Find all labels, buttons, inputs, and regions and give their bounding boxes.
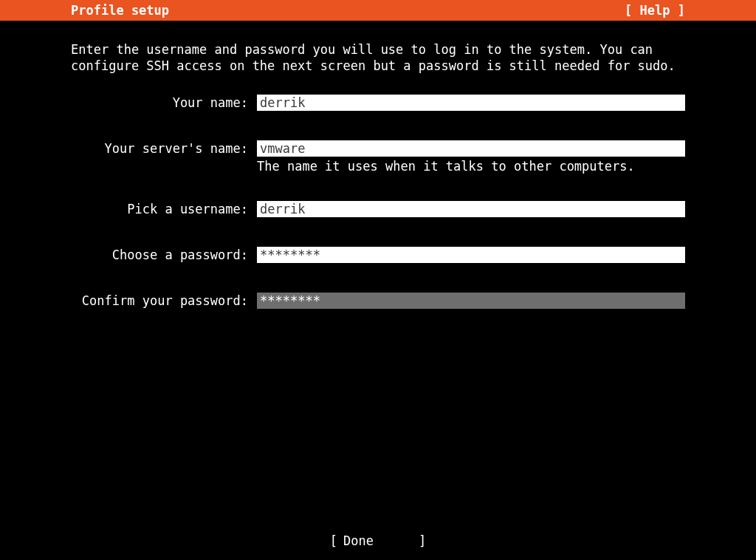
your-name-input[interactable] bbox=[257, 95, 685, 111]
server-name-label: Your server's name: bbox=[71, 140, 257, 157]
row-confirm-password: Confirm your password: bbox=[71, 293, 685, 309]
description-text: Enter the username and password you will… bbox=[71, 41, 685, 74]
page-title: Profile setup bbox=[71, 3, 169, 18]
content-area: Enter the username and password you will… bbox=[0, 21, 756, 309]
row-password: Choose a password: bbox=[71, 247, 685, 263]
row-username: Pick a username: bbox=[71, 201, 685, 217]
done-button[interactable]: [Done] bbox=[330, 533, 427, 548]
confirm-password-label: Confirm your password: bbox=[71, 293, 257, 309]
password-label: Choose a password: bbox=[71, 247, 257, 263]
server-name-input[interactable] bbox=[257, 140, 685, 157]
row-server-name: Your server's name: The name it uses whe… bbox=[71, 140, 685, 174]
row-your-name: Your name: bbox=[71, 95, 685, 111]
footer-bar: [Done] bbox=[0, 533, 756, 548]
done-label: Done bbox=[337, 533, 419, 548]
header-bar: Profile setup [ Help ] bbox=[0, 0, 756, 21]
username-input[interactable] bbox=[257, 201, 685, 217]
help-button[interactable]: [ Help ] bbox=[625, 3, 721, 18]
confirm-password-input[interactable] bbox=[257, 293, 685, 309]
server-name-hint: The name it uses when it talks to other … bbox=[257, 158, 685, 174]
password-input[interactable] bbox=[257, 247, 685, 263]
username-label: Pick a username: bbox=[71, 201, 257, 217]
your-name-label: Your name: bbox=[71, 95, 257, 111]
